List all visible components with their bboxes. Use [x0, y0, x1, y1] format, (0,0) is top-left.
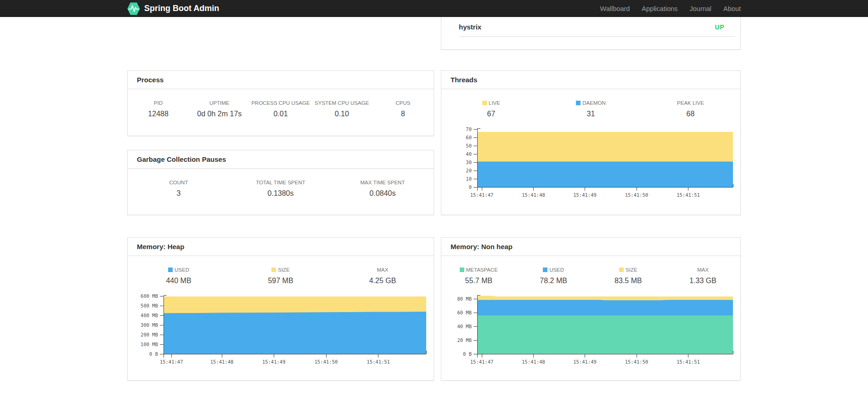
metric-value: 55.7 MB — [441, 277, 516, 285]
metric-value: 68 — [641, 110, 740, 118]
svg-text:15:41:51: 15:41:51 — [676, 359, 700, 364]
metric: METASPACE 55.7 MB — [441, 267, 516, 285]
metric-label: TOTAL TIME SPENT — [230, 180, 332, 185]
svg-text:400 MB: 400 MB — [141, 313, 158, 318]
metric-value: 78.2 MB — [516, 277, 591, 285]
svg-text:0: 0 — [469, 184, 472, 190]
metric-label: MAX — [332, 267, 434, 273]
legend-swatch-icon — [460, 268, 464, 272]
metric: USED 440 MB — [128, 267, 230, 285]
memory-heap-panel: Memory: Heap USED 440 MB SIZE 597 MB — [127, 237, 434, 381]
threads-panel-title: Threads — [441, 71, 740, 89]
metric: MAX 1.33 GB — [665, 267, 740, 285]
svg-text:30: 30 — [466, 159, 472, 165]
legend-swatch-icon — [168, 268, 173, 272]
svg-text:15:41:47: 15:41:47 — [470, 359, 494, 364]
nav-link[interactable]: Applications — [636, 5, 683, 12]
metric-label: SIZE — [230, 267, 332, 273]
threads-panel: Threads LIVE 67 DAEMON 31 — [441, 70, 741, 215]
left-column: Process PID 12488 UPTIME 0d 0h 2m 17s — [127, 70, 434, 381]
metric-label: MAX — [665, 267, 740, 273]
nav-link[interactable]: Wallboard — [594, 5, 636, 12]
application-status-panel: hystrix UP — [441, 17, 741, 50]
metric-value: 4.25 GB — [332, 277, 434, 285]
brand-title: Spring Boot Admin — [144, 4, 219, 13]
legend-swatch-icon — [543, 268, 547, 272]
metric-label: PEAK LIVE — [641, 100, 740, 106]
metric-value: 8 — [372, 110, 434, 118]
legend-swatch-icon — [576, 101, 581, 105]
metric-label: METASPACE — [441, 267, 516, 273]
metric: DAEMON 31 — [541, 100, 641, 118]
memory-nonheap-panel-title: Memory: Non heap — [441, 238, 740, 256]
svg-text:80 MB: 80 MB — [457, 296, 472, 302]
application-row[interactable]: hystrix UP — [441, 17, 740, 36]
spring-boot-admin-logo-icon — [127, 2, 140, 16]
legend-swatch-icon — [482, 101, 487, 105]
svg-text:0 B: 0 B — [149, 351, 158, 357]
svg-text:70: 70 — [466, 126, 472, 132]
gc-panel-title: Garbage Collection Pauses — [128, 150, 434, 169]
metric-label: SIZE — [591, 267, 666, 273]
metric-value: 597 MB — [230, 277, 332, 285]
memory-nonheap-panel: Memory: Non heap METASPACE 55.7 MB USED … — [441, 237, 741, 381]
memory-heap-panel-title: Memory: Heap — [128, 238, 434, 256]
metric-value: 1.33 GB — [665, 277, 740, 285]
application-name: hystrix — [459, 23, 481, 31]
svg-text:60: 60 — [466, 135, 472, 140]
process-panel-title: Process — [128, 71, 434, 89]
metric: SIZE 83.5 MB — [591, 267, 666, 285]
svg-text:500 MB: 500 MB — [141, 303, 158, 308]
svg-text:15:41:50: 15:41:50 — [625, 359, 648, 364]
svg-text:15:41:47: 15:41:47 — [160, 359, 183, 364]
navbar: Spring Boot Admin Wallboard Applications… — [0, 0, 868, 17]
svg-text:60 MB: 60 MB — [457, 310, 472, 315]
metric-value: 0.10 — [311, 110, 372, 118]
metric-label: UPTIME — [189, 100, 250, 106]
svg-text:200 MB: 200 MB — [141, 332, 158, 337]
right-column: hystrix UP Threads LIVE 67 D — [441, 17, 741, 381]
threads-legend: LIVE 67 DAEMON 31 PEAK LIVE 68 — [441, 89, 740, 118]
metric-value: 83.5 MB — [591, 277, 666, 285]
metric-label: SYSTEM CPU USAGE — [311, 100, 372, 106]
metric-label: LIVE — [441, 100, 541, 106]
brand[interactable]: Spring Boot Admin — [127, 2, 219, 16]
svg-text:15:41:49: 15:41:49 — [573, 192, 597, 198]
metric-label: USED — [516, 267, 591, 273]
threads-chart: 01020304050607015:41:4715:41:4815:41:491… — [441, 124, 740, 203]
metric-value: 0d 0h 2m 17s — [189, 110, 250, 118]
svg-text:20: 20 — [466, 168, 472, 173]
gc-pauses-panel: Garbage Collection Pauses COUNT 3 TOTAL … — [127, 150, 434, 215]
svg-text:15:41:48: 15:41:48 — [522, 359, 545, 364]
nav-link[interactable]: About — [717, 5, 741, 12]
nav-link[interactable]: Journal — [684, 5, 718, 12]
metric-value: 0.01 — [250, 110, 311, 118]
metric-label: CPUS — [372, 100, 434, 106]
svg-text:10: 10 — [466, 176, 472, 182]
metric: TOTAL TIME SPENT 0.1380s — [230, 180, 332, 198]
legend-swatch-icon — [271, 268, 276, 272]
svg-text:15:41:47: 15:41:47 — [470, 192, 494, 198]
svg-text:40 MB: 40 MB — [457, 324, 472, 329]
heap-memory-chart: 0 B100 MB200 MB300 MB400 MB500 MB600 MB1… — [128, 290, 434, 370]
svg-text:40: 40 — [466, 151, 472, 157]
metric-value: 31 — [541, 110, 641, 118]
process-metrics: PID 12488 UPTIME 0d 0h 2m 17s PROCESS CP… — [128, 89, 434, 118]
metric-label: COUNT — [128, 180, 230, 185]
svg-text:300 MB: 300 MB — [141, 322, 158, 328]
svg-text:20 MB: 20 MB — [457, 337, 472, 343]
metric-value: 0.0840s — [332, 189, 434, 198]
svg-text:50: 50 — [466, 143, 472, 148]
svg-text:15:41:48: 15:41:48 — [522, 192, 545, 198]
metric-value: 3 — [128, 189, 230, 198]
metric: PROCESS CPU USAGE 0.01 — [250, 100, 311, 118]
svg-text:15:41:49: 15:41:49 — [573, 359, 597, 364]
svg-text:100 MB: 100 MB — [141, 342, 158, 347]
svg-text:600 MB: 600 MB — [141, 293, 158, 299]
process-panel: Process PID 12488 UPTIME 0d 0h 2m 17s — [127, 70, 434, 136]
metric: MAX 4.25 GB — [332, 267, 434, 285]
metric-label: USED — [128, 267, 230, 273]
main-nav: Wallboard Applications Journal About — [594, 5, 741, 12]
svg-text:15:41:51: 15:41:51 — [676, 192, 700, 198]
metric-value: 0.1380s — [230, 189, 332, 198]
